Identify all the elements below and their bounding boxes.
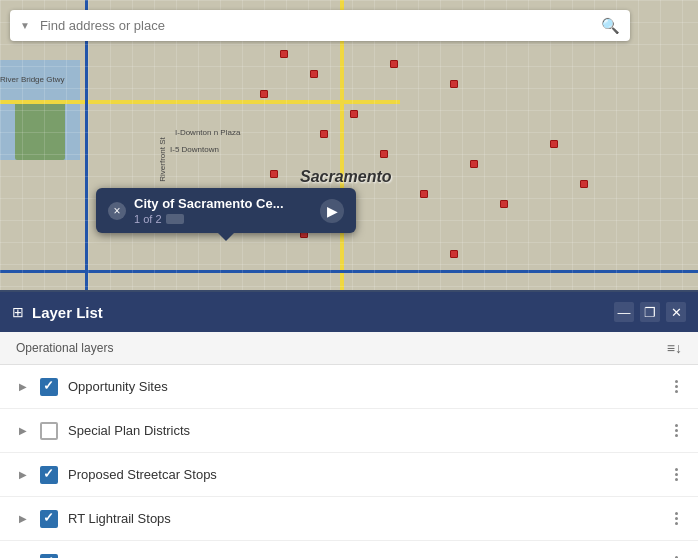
map-marker <box>320 130 328 138</box>
layer-row-proposed-streetcar-stops: ▶ Proposed Streetcar Stops <box>0 453 698 497</box>
layer-list-panel: ⊞ Layer List — ❐ ✕ Operational layers ≡↓… <box>0 290 698 558</box>
layer-checkbox-rt-lightrail-stops[interactable] <box>40 510 58 528</box>
map-marker <box>270 170 278 178</box>
layer-menu-proposed-streetcar-line[interactable] <box>671 554 682 558</box>
layer-menu-opportunity-sites[interactable] <box>671 378 682 395</box>
map-street-label: I-5 Downtown <box>170 145 219 154</box>
map-marker <box>500 200 508 208</box>
menu-dot <box>675 473 678 476</box>
section-header: Operational layers ≡↓ <box>0 332 698 365</box>
menu-dot <box>675 522 678 525</box>
map-background: Sacramento Riverfront St I-5 Downtown Ri… <box>0 0 698 290</box>
popup-next-button[interactable]: ▶ <box>320 199 344 223</box>
layer-expand-special-plan-districts[interactable]: ▶ <box>16 425 30 436</box>
menu-dot <box>675 434 678 437</box>
menu-dot <box>675 385 678 388</box>
layer-row-special-plan-districts: ▶ Special Plan Districts <box>0 409 698 453</box>
layer-checkbox-proposed-streetcar-line[interactable] <box>40 554 58 559</box>
layer-checkbox-opportunity-sites[interactable] <box>40 378 58 396</box>
layer-row-opportunity-sites: ▶ Opportunity Sites <box>0 365 698 409</box>
menu-dot <box>675 517 678 520</box>
menu-dot <box>675 512 678 515</box>
panel-title: Layer List <box>32 304 606 321</box>
popup-close-button[interactable]: × <box>108 202 126 220</box>
layer-expand-rt-lightrail-stops[interactable]: ▶ <box>16 513 30 524</box>
map-marker <box>260 90 268 98</box>
menu-dot <box>675 424 678 427</box>
map-marker <box>580 180 588 188</box>
dropdown-icon: ▼ <box>20 20 30 31</box>
map-marker <box>380 150 388 158</box>
popup-content: City of Sacramento Ce... 1 of 2 <box>134 196 312 225</box>
close-panel-button[interactable]: ✕ <box>666 302 686 322</box>
layer-label-rt-lightrail-stops: RT Lightrail Stops <box>68 511 661 526</box>
layer-label-opportunity-sites: Opportunity Sites <box>68 379 661 394</box>
map-marker <box>350 110 358 118</box>
map-marker <box>420 190 428 198</box>
restore-button[interactable]: ❐ <box>640 302 660 322</box>
map-street-label: River Bridge Gtwy <box>0 75 64 84</box>
panel-header: ⊞ Layer List — ❐ ✕ <box>0 292 698 332</box>
map-marker <box>470 160 478 168</box>
section-label: Operational layers <box>16 341 113 355</box>
popup-subtitle: 1 of 2 <box>134 213 312 225</box>
map-grid <box>0 0 698 290</box>
search-bar[interactable]: ▼ 🔍 <box>10 10 630 41</box>
map-street-label: I-Downton n Plaza <box>175 128 240 137</box>
popup-title: City of Sacramento Ce... <box>134 196 312 211</box>
search-icon[interactable]: 🔍 <box>601 17 620 35</box>
map-popup: × City of Sacramento Ce... 1 of 2 ▶ <box>96 188 356 233</box>
layer-label-proposed-streetcar-stops: Proposed Streetcar Stops <box>68 467 661 482</box>
popup-progress-bar <box>166 214 184 224</box>
map-area[interactable]: Sacramento Riverfront St I-5 Downtown Ri… <box>0 0 698 290</box>
menu-dot <box>675 429 678 432</box>
map-marker <box>550 140 558 148</box>
map-street-label: Riverfront St <box>158 137 167 181</box>
filter-icon[interactable]: ≡↓ <box>667 340 682 356</box>
layer-label-special-plan-districts: Special Plan Districts <box>68 423 661 438</box>
menu-dot <box>675 380 678 383</box>
search-input[interactable] <box>36 14 601 37</box>
panel-controls: — ❐ ✕ <box>614 302 686 322</box>
layer-menu-rt-lightrail-stops[interactable] <box>671 510 682 527</box>
layer-rows: ▶ Opportunity Sites ▶ Special Plan Distr… <box>0 365 698 558</box>
map-marker <box>450 80 458 88</box>
menu-dot <box>675 478 678 481</box>
layer-menu-special-plan-districts[interactable] <box>671 422 682 439</box>
layer-checkbox-proposed-streetcar-stops[interactable] <box>40 466 58 484</box>
layer-expand-opportunity-sites[interactable]: ▶ <box>16 381 30 392</box>
map-marker <box>390 60 398 68</box>
map-city-label: Sacramento <box>300 168 392 186</box>
map-marker <box>310 70 318 78</box>
layer-expand-proposed-streetcar-stops[interactable]: ▶ <box>16 469 30 480</box>
menu-dot <box>675 468 678 471</box>
layer-checkbox-special-plan-districts[interactable] <box>40 422 58 440</box>
map-marker <box>280 50 288 58</box>
menu-dot <box>675 390 678 393</box>
layer-row-proposed-streetcar-line: ▶ Proposed Streetcar Line <box>0 541 698 558</box>
layers-icon: ⊞ <box>12 304 24 320</box>
minimize-button[interactable]: — <box>614 302 634 322</box>
map-marker <box>450 250 458 258</box>
layer-menu-proposed-streetcar-stops[interactable] <box>671 466 682 483</box>
layer-row-rt-lightrail-stops: ▶ RT Lightrail Stops <box>0 497 698 541</box>
